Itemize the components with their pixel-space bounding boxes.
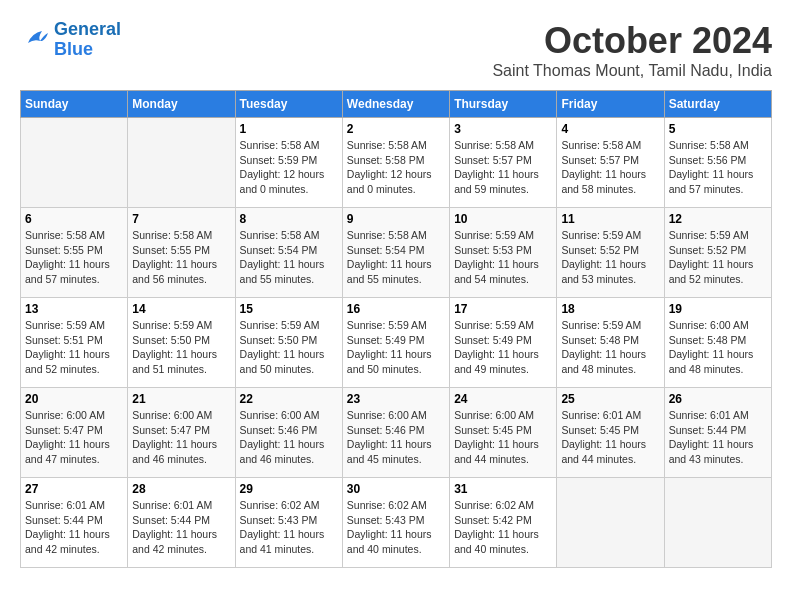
week-row-5: 27Sunrise: 6:01 AMSunset: 5:44 PMDayligh…	[21, 478, 772, 568]
week-row-2: 6Sunrise: 5:58 AMSunset: 5:55 PMDaylight…	[21, 208, 772, 298]
day-cell: 3Sunrise: 5:58 AMSunset: 5:57 PMDaylight…	[450, 118, 557, 208]
day-number: 15	[240, 302, 338, 316]
day-number: 18	[561, 302, 659, 316]
day-number: 29	[240, 482, 338, 496]
day-info: Sunrise: 5:59 AMSunset: 5:52 PMDaylight:…	[561, 228, 659, 287]
day-cell: 23Sunrise: 6:00 AMSunset: 5:46 PMDayligh…	[342, 388, 449, 478]
day-info: Sunrise: 5:59 AMSunset: 5:50 PMDaylight:…	[240, 318, 338, 377]
day-cell: 17Sunrise: 5:59 AMSunset: 5:49 PMDayligh…	[450, 298, 557, 388]
day-info: Sunrise: 6:00 AMSunset: 5:45 PMDaylight:…	[454, 408, 552, 467]
month-title: October 2024	[492, 20, 772, 62]
day-number: 2	[347, 122, 445, 136]
day-cell: 22Sunrise: 6:00 AMSunset: 5:46 PMDayligh…	[235, 388, 342, 478]
logo-blue: Blue	[54, 40, 121, 60]
logo: General Blue	[20, 20, 121, 60]
day-info: Sunrise: 5:59 AMSunset: 5:51 PMDaylight:…	[25, 318, 123, 377]
day-number: 23	[347, 392, 445, 406]
day-number: 11	[561, 212, 659, 226]
day-cell: 8Sunrise: 5:58 AMSunset: 5:54 PMDaylight…	[235, 208, 342, 298]
day-info: Sunrise: 6:02 AMSunset: 5:42 PMDaylight:…	[454, 498, 552, 557]
day-cell	[557, 478, 664, 568]
day-info: Sunrise: 6:00 AMSunset: 5:46 PMDaylight:…	[347, 408, 445, 467]
day-info: Sunrise: 6:02 AMSunset: 5:43 PMDaylight:…	[240, 498, 338, 557]
day-cell: 19Sunrise: 6:00 AMSunset: 5:48 PMDayligh…	[664, 298, 771, 388]
col-header-tuesday: Tuesday	[235, 91, 342, 118]
day-cell: 29Sunrise: 6:02 AMSunset: 5:43 PMDayligh…	[235, 478, 342, 568]
day-number: 5	[669, 122, 767, 136]
day-cell: 31Sunrise: 6:02 AMSunset: 5:42 PMDayligh…	[450, 478, 557, 568]
day-info: Sunrise: 5:58 AMSunset: 5:55 PMDaylight:…	[132, 228, 230, 287]
week-row-4: 20Sunrise: 6:00 AMSunset: 5:47 PMDayligh…	[21, 388, 772, 478]
day-cell: 4Sunrise: 5:58 AMSunset: 5:57 PMDaylight…	[557, 118, 664, 208]
day-number: 17	[454, 302, 552, 316]
day-info: Sunrise: 5:58 AMSunset: 5:55 PMDaylight:…	[25, 228, 123, 287]
day-info: Sunrise: 5:59 AMSunset: 5:49 PMDaylight:…	[454, 318, 552, 377]
day-cell: 21Sunrise: 6:00 AMSunset: 5:47 PMDayligh…	[128, 388, 235, 478]
day-cell: 14Sunrise: 5:59 AMSunset: 5:50 PMDayligh…	[128, 298, 235, 388]
day-cell: 30Sunrise: 6:02 AMSunset: 5:43 PMDayligh…	[342, 478, 449, 568]
day-number: 3	[454, 122, 552, 136]
day-cell: 10Sunrise: 5:59 AMSunset: 5:53 PMDayligh…	[450, 208, 557, 298]
day-cell: 5Sunrise: 5:58 AMSunset: 5:56 PMDaylight…	[664, 118, 771, 208]
day-number: 30	[347, 482, 445, 496]
day-info: Sunrise: 5:59 AMSunset: 5:48 PMDaylight:…	[561, 318, 659, 377]
day-number: 13	[25, 302, 123, 316]
col-header-sunday: Sunday	[21, 91, 128, 118]
week-row-3: 13Sunrise: 5:59 AMSunset: 5:51 PMDayligh…	[21, 298, 772, 388]
day-info: Sunrise: 5:58 AMSunset: 5:59 PMDaylight:…	[240, 138, 338, 197]
day-number: 4	[561, 122, 659, 136]
day-info: Sunrise: 5:59 AMSunset: 5:52 PMDaylight:…	[669, 228, 767, 287]
day-number: 26	[669, 392, 767, 406]
col-header-wednesday: Wednesday	[342, 91, 449, 118]
location-subtitle: Saint Thomas Mount, Tamil Nadu, India	[492, 62, 772, 80]
day-number: 10	[454, 212, 552, 226]
day-cell	[128, 118, 235, 208]
day-number: 8	[240, 212, 338, 226]
day-cell: 2Sunrise: 5:58 AMSunset: 5:58 PMDaylight…	[342, 118, 449, 208]
day-number: 24	[454, 392, 552, 406]
logo-text: General Blue	[54, 20, 121, 60]
day-number: 6	[25, 212, 123, 226]
day-number: 20	[25, 392, 123, 406]
day-cell: 7Sunrise: 5:58 AMSunset: 5:55 PMDaylight…	[128, 208, 235, 298]
day-cell	[21, 118, 128, 208]
day-number: 19	[669, 302, 767, 316]
day-cell: 9Sunrise: 5:58 AMSunset: 5:54 PMDaylight…	[342, 208, 449, 298]
day-number: 28	[132, 482, 230, 496]
col-header-thursday: Thursday	[450, 91, 557, 118]
day-number: 25	[561, 392, 659, 406]
title-block: October 2024 Saint Thomas Mount, Tamil N…	[492, 20, 772, 80]
day-number: 12	[669, 212, 767, 226]
day-cell	[664, 478, 771, 568]
day-number: 27	[25, 482, 123, 496]
day-info: Sunrise: 5:59 AMSunset: 5:53 PMDaylight:…	[454, 228, 552, 287]
day-cell: 27Sunrise: 6:01 AMSunset: 5:44 PMDayligh…	[21, 478, 128, 568]
col-header-saturday: Saturday	[664, 91, 771, 118]
day-number: 22	[240, 392, 338, 406]
day-number: 21	[132, 392, 230, 406]
day-cell: 20Sunrise: 6:00 AMSunset: 5:47 PMDayligh…	[21, 388, 128, 478]
day-cell: 1Sunrise: 5:58 AMSunset: 5:59 PMDaylight…	[235, 118, 342, 208]
col-header-monday: Monday	[128, 91, 235, 118]
calendar-table: SundayMondayTuesdayWednesdayThursdayFrid…	[20, 90, 772, 568]
day-info: Sunrise: 6:00 AMSunset: 5:47 PMDaylight:…	[132, 408, 230, 467]
day-info: Sunrise: 6:02 AMSunset: 5:43 PMDaylight:…	[347, 498, 445, 557]
day-cell: 12Sunrise: 5:59 AMSunset: 5:52 PMDayligh…	[664, 208, 771, 298]
day-number: 14	[132, 302, 230, 316]
page-header: General Blue October 2024 Saint Thomas M…	[20, 20, 772, 80]
day-number: 7	[132, 212, 230, 226]
day-info: Sunrise: 6:01 AMSunset: 5:44 PMDaylight:…	[132, 498, 230, 557]
day-number: 31	[454, 482, 552, 496]
day-cell: 24Sunrise: 6:00 AMSunset: 5:45 PMDayligh…	[450, 388, 557, 478]
day-info: Sunrise: 6:00 AMSunset: 5:47 PMDaylight:…	[25, 408, 123, 467]
day-cell: 26Sunrise: 6:01 AMSunset: 5:44 PMDayligh…	[664, 388, 771, 478]
day-info: Sunrise: 6:01 AMSunset: 5:44 PMDaylight:…	[25, 498, 123, 557]
day-info: Sunrise: 6:01 AMSunset: 5:45 PMDaylight:…	[561, 408, 659, 467]
logo-general: General	[54, 19, 121, 39]
logo-bird-icon	[20, 25, 50, 55]
day-info: Sunrise: 6:01 AMSunset: 5:44 PMDaylight:…	[669, 408, 767, 467]
day-cell: 28Sunrise: 6:01 AMSunset: 5:44 PMDayligh…	[128, 478, 235, 568]
day-number: 16	[347, 302, 445, 316]
day-cell: 13Sunrise: 5:59 AMSunset: 5:51 PMDayligh…	[21, 298, 128, 388]
day-cell: 6Sunrise: 5:58 AMSunset: 5:55 PMDaylight…	[21, 208, 128, 298]
